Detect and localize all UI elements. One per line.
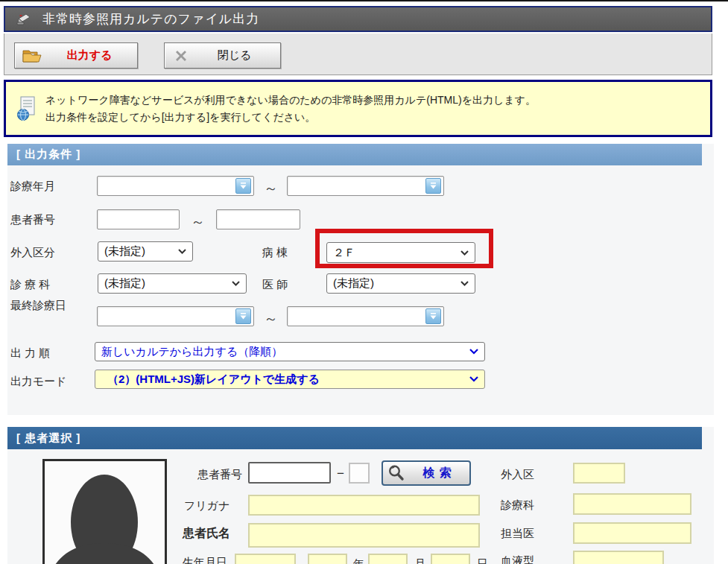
search-button-label: 検 索 xyxy=(405,466,469,481)
close-x-icon xyxy=(174,48,189,63)
birth-year-field[interactable] xyxy=(308,554,347,564)
birth-era-field[interactable] xyxy=(235,554,296,564)
patient-number-from-input[interactable] xyxy=(97,209,180,229)
chevron-down-icon xyxy=(469,376,478,382)
toolbar: 出力する 閉じる xyxy=(4,34,712,75)
output-mode-label: 出力モード xyxy=(10,375,67,388)
notice-line1: ネットワーク障害などサービスが利用できない場合のための非常時参照用カルテ(HTM… xyxy=(45,92,536,109)
blood-type-field[interactable] xyxy=(573,551,664,564)
attending-doctor-label: 担当医 xyxy=(501,527,534,540)
birth-day-field[interactable] xyxy=(431,554,470,564)
patient-number-input[interactable] xyxy=(248,462,331,484)
chevron-down-icon xyxy=(460,281,469,286)
patient-department-field[interactable] xyxy=(573,493,691,515)
output-order-select[interactable]: 新しいカルテから出力する（降順） xyxy=(95,342,485,361)
chevron-down-icon xyxy=(232,281,240,286)
close-button[interactable]: 閉じる xyxy=(164,42,281,69)
patient-inout-field[interactable] xyxy=(573,463,625,484)
close-button-label: 閉じる xyxy=(189,48,280,63)
birth-year-suffix: 年 xyxy=(353,557,364,564)
birth-day-suffix: 日 xyxy=(477,557,488,564)
treatment-month-to-input[interactable] xyxy=(287,176,444,196)
output-mode-select[interactable]: （2）(HTML+JS)新レイアウトで生成する xyxy=(95,370,485,389)
patient-name-input[interactable] xyxy=(248,523,480,548)
birth-month-field[interactable] xyxy=(368,554,408,564)
output-button[interactable]: 出力する xyxy=(14,42,138,69)
patient-number-label: 患者番号 xyxy=(197,468,242,481)
title-bar: 非常時参照用カルテのファイル出力 xyxy=(4,6,712,32)
last-visit-tilde: ～ xyxy=(264,309,278,329)
chevron-down-icon xyxy=(460,250,469,256)
output-button-label: 出力する xyxy=(42,48,137,63)
ward-label: 病 棟 xyxy=(262,246,288,259)
person-silhouette-icon xyxy=(45,461,165,564)
output-order-label: 出 力 順 xyxy=(10,346,50,360)
treatment-month-label: 診療年月 xyxy=(10,180,55,193)
window-top-border xyxy=(0,0,728,1)
date-picker-button[interactable] xyxy=(425,308,441,324)
last-visit-label: 最終診療日 xyxy=(10,299,60,312)
date-picker-button[interactable] xyxy=(235,178,251,194)
date-picker-button[interactable] xyxy=(425,178,441,194)
search-button[interactable]: 検 索 xyxy=(382,460,471,486)
notice-box: ネットワーク障害などサービスが利用できない場合のための非常時参照用カルテ(HTM… xyxy=(4,80,712,137)
patient-department-label: 診療科 xyxy=(501,498,534,512)
document-globe-icon xyxy=(16,96,37,121)
treatment-month-from-input[interactable] xyxy=(97,176,254,196)
last-visit-from-input[interactable] xyxy=(97,306,254,326)
patient-section-header: [ 患者選択 ] xyxy=(7,427,702,449)
birth-month-suffix: 月 xyxy=(414,557,425,564)
last-visit-to-input[interactable] xyxy=(287,306,444,326)
patient-number-tilde: ～ xyxy=(191,212,205,232)
emergency-chart-export-window: 非常時参照用カルテのファイル出力 出力する 閉じる xyxy=(0,0,728,564)
stamp-icon xyxy=(16,12,32,27)
ward-select[interactable]: ２Ｆ xyxy=(326,242,475,263)
attending-doctor-field[interactable] xyxy=(573,522,691,544)
patient-photo xyxy=(42,459,167,564)
doctor-select[interactable]: (未指定) xyxy=(326,273,475,294)
window-title: 非常時参照用カルテのファイル出力 xyxy=(42,10,259,28)
patient-number-branch-input[interactable] xyxy=(349,463,370,484)
patient-name-label: 患者氏名 xyxy=(183,527,230,540)
doctor-label: 医 師 xyxy=(262,278,288,291)
patient-number-dash: − xyxy=(337,467,344,481)
inout-class-label: 外入区分 xyxy=(10,246,55,259)
patient-number-range-label: 患者番号 xyxy=(10,213,55,226)
notice-line2: 出力条件を設定してから[出力する]を実行してください。 xyxy=(45,109,536,126)
inout-class-select[interactable]: (未指定) xyxy=(98,241,193,262)
chevron-down-icon xyxy=(469,349,478,355)
department-select[interactable]: (未指定) xyxy=(98,273,247,294)
furigana-input[interactable] xyxy=(248,495,480,516)
patient-number-to-input[interactable] xyxy=(216,209,300,229)
chevron-down-icon xyxy=(178,249,186,254)
furigana-label: フリガナ xyxy=(184,499,230,513)
date-picker-button[interactable] xyxy=(235,308,251,324)
conditions-section-header: [ 出力条件 ] xyxy=(7,144,702,165)
patient-inout-label: 外入区 xyxy=(501,468,534,481)
birthdate-label: 生年月日 xyxy=(183,556,227,564)
blood-type-label: 血液型 xyxy=(501,554,534,564)
department-label: 診 療 科 xyxy=(10,278,50,291)
folder-icon xyxy=(22,48,42,63)
treatment-month-tilde: ～ xyxy=(264,179,278,198)
search-icon xyxy=(387,464,405,482)
